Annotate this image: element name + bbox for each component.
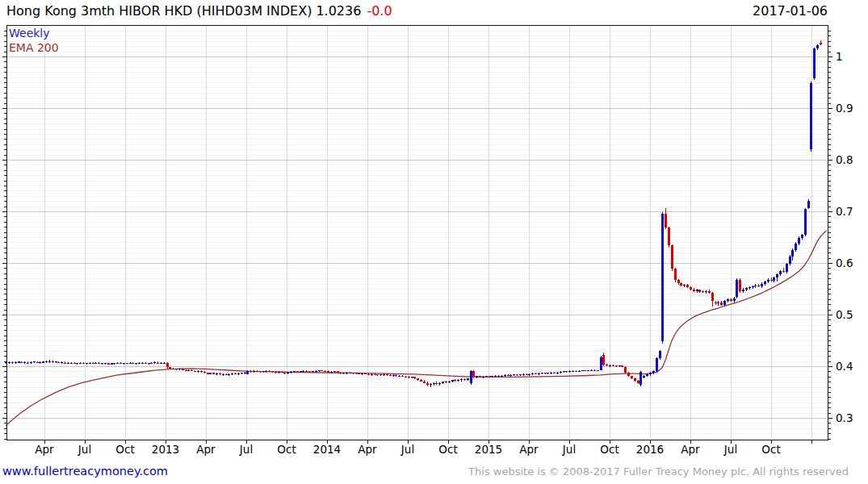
svg-text:0.8: 0.8 [836,153,853,166]
svg-text:2013: 2013 [152,443,179,456]
svg-text:Apr: Apr [35,443,54,456]
svg-text:Oct: Oct [115,443,134,456]
legend-ema-label: EMA 200 [9,40,59,55]
svg-text:Oct: Oct [600,443,619,456]
svg-text:1: 1 [836,50,843,63]
svg-text:0.4: 0.4 [836,360,853,373]
svg-text:2015: 2015 [475,443,502,456]
chart-page: Hong Kong 3mth HIBOR HKD (HIHD03M INDEX)… [0,0,868,484]
svg-text:0.5: 0.5 [836,308,853,321]
hibor-weekly-candlestick-chart: 0.30.40.50.60.70.80.91AprJulOct2013AprJu… [0,0,868,461]
svg-text:Jul: Jul [723,443,737,456]
copyright-text: This website is © 2008-2017 Fuller Treac… [468,465,849,478]
svg-text:Jul: Jul [562,443,576,456]
svg-text:Apr: Apr [358,443,377,456]
svg-text:Oct: Oct [277,443,296,456]
legend-weekly-label: Weekly [9,26,59,40]
svg-text:0.3: 0.3 [836,411,853,424]
chart-legend: Weekly EMA 200 [9,26,59,55]
svg-text:0.9: 0.9 [836,102,853,115]
site-link[interactable]: www.fullertreacymoney.com [2,465,168,478]
svg-text:Jul: Jul [239,443,253,456]
svg-text:Oct: Oct [761,443,780,456]
svg-text:Jul: Jul [78,443,91,456]
svg-text:Apr: Apr [519,443,539,456]
svg-text:0.7: 0.7 [836,205,853,218]
svg-text:Apr: Apr [196,443,216,456]
svg-text:0.6: 0.6 [836,257,853,269]
svg-text:2014: 2014 [313,443,341,456]
svg-text:Jul: Jul [400,443,414,456]
svg-text:2016: 2016 [636,443,664,456]
svg-text:Oct: Oct [438,443,457,456]
svg-text:Apr: Apr [681,443,700,456]
footer-bar: www.fullertreacymoney.com This website i… [2,465,849,478]
